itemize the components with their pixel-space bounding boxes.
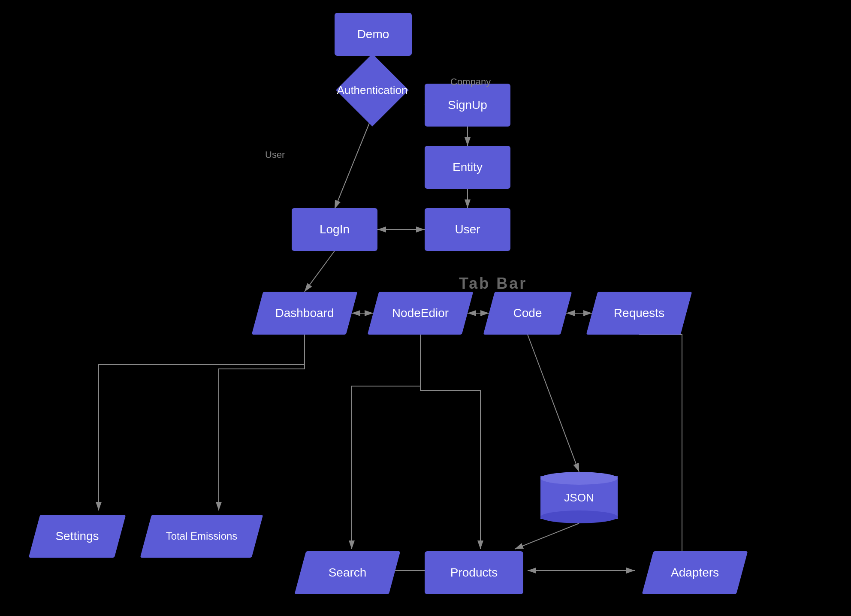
json-label: JSON bbox=[564, 491, 594, 504]
svg-line-12 bbox=[528, 335, 579, 472]
login-label: LogIn bbox=[320, 223, 350, 236]
code-node[interactable]: Code bbox=[489, 292, 566, 335]
products-label: Products bbox=[450, 566, 498, 580]
settings-label: Settings bbox=[55, 529, 99, 543]
adapters-node[interactable]: Adapters bbox=[648, 551, 742, 594]
requests-node[interactable]: Requests bbox=[592, 292, 686, 335]
user-edge-label: User bbox=[265, 149, 285, 160]
company-edge-label: Company bbox=[450, 76, 491, 88]
dashboard-node[interactable]: Dashboard bbox=[257, 292, 352, 335]
auth-label: Authentication bbox=[337, 84, 408, 97]
tab-bar-label: Tab Bar bbox=[459, 275, 527, 293]
signup-label: SignUp bbox=[448, 98, 487, 112]
demo-label: Demo bbox=[357, 27, 389, 41]
user-label: User bbox=[455, 223, 480, 236]
entity-node[interactable]: Entity bbox=[425, 146, 510, 189]
dashboard-label: Dashboard bbox=[275, 306, 334, 320]
entity-label: Entity bbox=[453, 160, 483, 174]
nodeeditor-node[interactable]: NodeEdior bbox=[373, 292, 468, 335]
json-node[interactable]: JSON bbox=[540, 472, 618, 523]
nodeeditor-label: NodeEdior bbox=[392, 306, 449, 320]
total-emissions-node[interactable]: Total Emissions bbox=[146, 515, 257, 558]
settings-node[interactable]: Settings bbox=[34, 515, 120, 558]
signup-node[interactable]: SignUp bbox=[425, 84, 510, 127]
demo-node[interactable]: Demo bbox=[335, 13, 412, 56]
search-node[interactable]: Search bbox=[300, 551, 395, 594]
requests-label: Requests bbox=[614, 306, 664, 320]
login-node[interactable]: LogIn bbox=[292, 208, 377, 251]
svg-line-8 bbox=[305, 251, 335, 292]
user-node[interactable]: User bbox=[425, 208, 510, 251]
total-emissions-label: Total Emissions bbox=[166, 530, 238, 542]
adapters-label: Adapters bbox=[671, 566, 719, 580]
svg-line-4 bbox=[335, 116, 372, 209]
products-node[interactable]: Products bbox=[425, 551, 523, 594]
diagram-container: Demo Authentication SignUp Entity User L… bbox=[0, 0, 851, 616]
search-label: Search bbox=[329, 566, 367, 580]
svg-line-13 bbox=[515, 523, 579, 549]
code-label: Code bbox=[513, 306, 542, 320]
